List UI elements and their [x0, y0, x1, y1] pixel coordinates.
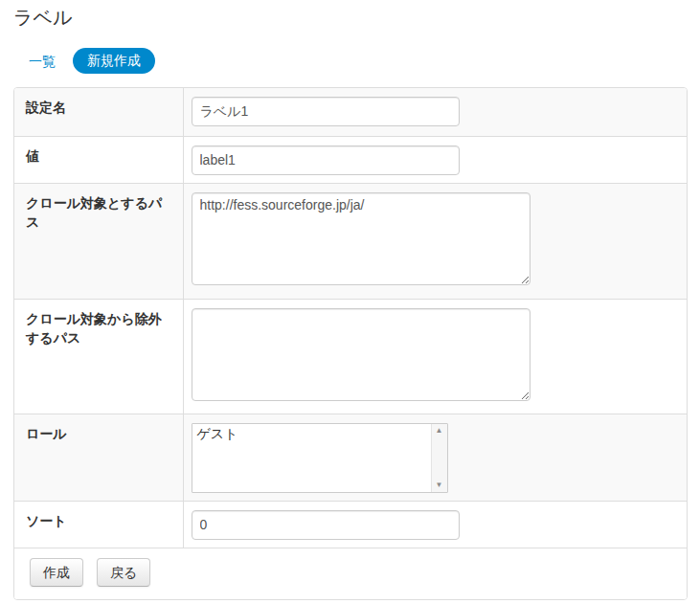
- label-admin-page: ラベル 一覧 新規作成 設定名 値 クロー: [0, 0, 700, 604]
- setting-name-label: 設定名: [14, 88, 183, 136]
- tab-create-new[interactable]: 新規作成: [73, 48, 155, 74]
- listbox-scrollbar[interactable]: ▲ ▼: [431, 424, 447, 492]
- label-form-table: 設定名 値 クロール対象とするパス http://fess.sourceforg…: [14, 88, 687, 599]
- setting-name-input[interactable]: [192, 97, 460, 126]
- sort-label: ソート: [14, 501, 183, 548]
- row-sort: ソート: [14, 501, 687, 548]
- back-button[interactable]: 戻る: [97, 558, 150, 587]
- scroll-up-icon[interactable]: ▲: [436, 427, 443, 435]
- value-label: 値: [14, 136, 183, 183]
- role-label: ロール: [14, 414, 183, 501]
- sort-input[interactable]: [192, 510, 460, 540]
- included-paths-textarea[interactable]: http://fess.sourceforge.jp/ja/: [192, 192, 531, 285]
- row-setting-name: 設定名: [14, 88, 687, 136]
- scroll-down-icon[interactable]: ▼: [436, 481, 443, 489]
- included-paths-label: クロール対象とするパス: [14, 183, 183, 299]
- excluded-paths-textarea[interactable]: [192, 308, 531, 401]
- row-actions: 作成 戻る: [14, 548, 687, 599]
- row-included-paths: クロール対象とするパス http://fess.sourceforge.jp/j…: [14, 183, 687, 299]
- label-form-panel: 設定名 値 クロール対象とするパス http://fess.sourceforg…: [13, 87, 688, 600]
- tab-bar: 一覧 新規作成: [29, 48, 688, 74]
- role-option-guest[interactable]: ゲスト: [192, 424, 447, 444]
- row-value: 値: [14, 136, 687, 183]
- page-title: ラベル: [13, 6, 688, 29]
- value-input[interactable]: [192, 145, 460, 175]
- create-button[interactable]: 作成: [30, 558, 83, 587]
- row-excluded-paths: クロール対象から除外するパス: [14, 299, 687, 414]
- role-listbox[interactable]: ゲスト ▲ ▼: [192, 423, 448, 493]
- tab-list[interactable]: 一覧: [29, 52, 56, 71]
- excluded-paths-label: クロール対象から除外するパス: [14, 299, 183, 414]
- row-role: ロール ゲスト ▲ ▼: [14, 414, 687, 501]
